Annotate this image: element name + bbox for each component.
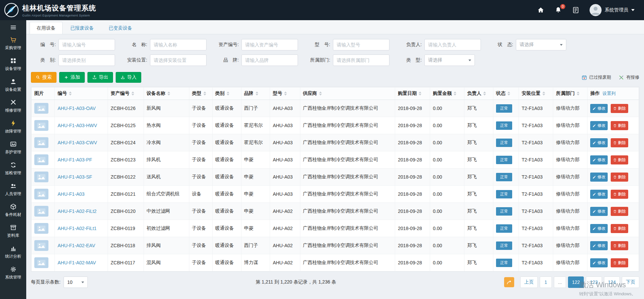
delete-button[interactable]: 删除 bbox=[611, 121, 628, 130]
home-icon[interactable] bbox=[537, 6, 544, 14]
column-header-name[interactable]: 设备名称 bbox=[144, 87, 189, 100]
type-select[interactable]: 请选择 bbox=[424, 54, 475, 66]
add-button[interactable]: 添加 bbox=[59, 72, 85, 83]
edit-button[interactable]: 修改 bbox=[590, 138, 608, 147]
delete-button[interactable]: 删除 bbox=[611, 241, 628, 250]
page-1[interactable]: 1 bbox=[540, 276, 552, 288]
owner-input[interactable] bbox=[424, 39, 481, 50]
brand-input[interactable] bbox=[241, 54, 298, 66]
image-placeholder-icon[interactable] bbox=[34, 103, 48, 114]
search-button[interactable]: 搜索 bbox=[31, 72, 56, 83]
equipment-code-link[interactable]: AHU-F1-A03-PF bbox=[58, 157, 92, 162]
code-input[interactable] bbox=[59, 39, 115, 50]
column-header-category[interactable]: 类别 bbox=[212, 87, 241, 100]
status-select[interactable]: 请选择 bbox=[516, 39, 566, 50]
sidebar-item-statistics[interactable]: 统计分析 bbox=[0, 241, 26, 262]
sidebar-item-maintenance[interactable]: 维修管理 bbox=[0, 96, 26, 116]
image-placeholder-icon[interactable] bbox=[34, 223, 48, 234]
notifications-bell-icon[interactable]: 0 bbox=[555, 6, 562, 14]
image-placeholder-icon[interactable] bbox=[34, 172, 48, 182]
image-placeholder-icon[interactable] bbox=[34, 257, 48, 268]
model-input[interactable] bbox=[333, 39, 389, 50]
tab-in-use[interactable]: 在用设备 bbox=[30, 22, 63, 34]
sort-icon[interactable] bbox=[419, 91, 421, 96]
edit-button[interactable]: 修改 bbox=[590, 155, 608, 164]
edit-button[interactable]: 修改 bbox=[590, 190, 608, 199]
sidebar-item-personnel[interactable]: 人员管理 bbox=[0, 179, 26, 200]
user-menu[interactable]: 系统管理员 bbox=[590, 4, 635, 16]
column-header-purchase-date[interactable]: 购置日期 bbox=[395, 87, 430, 100]
import-button[interactable]: 导入 bbox=[116, 72, 141, 83]
image-placeholder-icon[interactable] bbox=[34, 206, 48, 217]
sidebar-item-disposal[interactable]: 设备处置 bbox=[0, 75, 26, 96]
tab-scrapped[interactable]: 已报废设备 bbox=[63, 22, 101, 34]
sort-icon[interactable] bbox=[542, 91, 545, 96]
equipment-code-link[interactable]: AHU-F1-A03-SF bbox=[58, 174, 92, 180]
page-prev[interactable]: 上页 bbox=[520, 276, 538, 288]
sidebar-item-inspection[interactable]: 巡检管理 bbox=[0, 158, 26, 179]
page-123[interactable]: 123 bbox=[586, 276, 602, 288]
equipment-code-link[interactable]: AHU-F1-A03 bbox=[58, 191, 84, 197]
sidebar-item-purchase[interactable]: 采购管理 bbox=[0, 33, 26, 54]
column-header-asset-no[interactable]: 资产编号 bbox=[108, 87, 144, 100]
column-header-location[interactable]: 安装位置 bbox=[519, 87, 553, 100]
location-input[interactable] bbox=[150, 54, 206, 66]
sidebar-item-fault[interactable]: 故障管理 bbox=[0, 116, 26, 137]
edit-button[interactable]: 修改 bbox=[590, 224, 608, 233]
image-placeholder-icon[interactable] bbox=[34, 120, 48, 131]
sort-icon[interactable] bbox=[227, 91, 229, 96]
equipment-code-link[interactable]: AHU-F1-A03-OAV bbox=[58, 106, 96, 111]
page-122-current[interactable]: 122 bbox=[568, 276, 584, 288]
sort-icon[interactable] bbox=[577, 91, 579, 96]
quick-export-button[interactable] bbox=[504, 277, 514, 287]
page-124[interactable]: 124 bbox=[604, 276, 620, 288]
delete-button[interactable]: 删除 bbox=[611, 258, 628, 267]
edit-button[interactable]: 修改 bbox=[590, 121, 608, 130]
sort-icon[interactable] bbox=[69, 91, 72, 96]
equipment-code-link[interactable]: AHU-F1-A03-CWV bbox=[58, 140, 97, 145]
column-header-owner[interactable]: 负责人 bbox=[464, 87, 493, 100]
sort-icon[interactable] bbox=[319, 91, 322, 96]
menu-toggle-button[interactable] bbox=[0, 20, 26, 33]
sidebar-item-library[interactable]: 资料库 bbox=[0, 221, 26, 241]
sort-icon[interactable] bbox=[256, 91, 258, 96]
column-header-amount[interactable]: 购置金额 bbox=[430, 87, 464, 100]
image-placeholder-icon[interactable] bbox=[34, 240, 48, 251]
edit-button[interactable]: 修改 bbox=[590, 173, 608, 182]
delete-button[interactable]: 删除 bbox=[611, 224, 628, 233]
column-settings-link[interactable]: 设置列 bbox=[602, 91, 615, 96]
name-input[interactable] bbox=[150, 39, 206, 50]
equipment-code-link[interactable]: AHU-F1-A02-EAV bbox=[58, 243, 95, 248]
image-placeholder-icon[interactable] bbox=[34, 154, 48, 165]
per-page-select[interactable]: 10 bbox=[64, 276, 88, 288]
column-header-type[interactable]: 类型 bbox=[189, 87, 212, 100]
delete-button[interactable]: 删除 bbox=[611, 190, 628, 199]
page-ellipsis[interactable]: ... bbox=[554, 276, 566, 288]
sort-icon[interactable] bbox=[454, 91, 456, 96]
sort-icon[interactable] bbox=[131, 91, 134, 96]
page-next[interactable]: 下页 bbox=[622, 276, 639, 288]
sort-icon[interactable] bbox=[167, 91, 170, 96]
image-placeholder-icon[interactable] bbox=[34, 189, 48, 199]
delete-button[interactable]: 删除 bbox=[611, 207, 628, 216]
edit-button[interactable]: 修改 bbox=[590, 104, 608, 113]
sort-icon[interactable] bbox=[483, 91, 486, 96]
column-header-status[interactable]: 状态 bbox=[493, 87, 519, 100]
department-input[interactable] bbox=[333, 54, 389, 66]
tab-sold[interactable]: 已变卖设备 bbox=[102, 22, 139, 34]
sort-icon[interactable] bbox=[203, 91, 206, 96]
user-name[interactable]: 系统管理员 bbox=[605, 7, 628, 13]
log-list-icon[interactable] bbox=[572, 6, 579, 14]
delete-button[interactable]: 删除 bbox=[611, 173, 628, 182]
delete-button[interactable]: 删除 bbox=[611, 104, 628, 113]
sidebar-item-system[interactable]: 系统管理 bbox=[0, 262, 26, 283]
edit-button[interactable]: 修改 bbox=[590, 241, 608, 250]
equipment-code-link[interactable]: AHU-F1-A02-FiLt1 bbox=[58, 226, 97, 231]
edit-button[interactable]: 修改 bbox=[590, 207, 608, 216]
image-placeholder-icon[interactable] bbox=[34, 137, 48, 148]
column-header-brand[interactable]: 品牌 bbox=[241, 87, 270, 100]
delete-button[interactable]: 删除 bbox=[611, 138, 628, 147]
user-avatar[interactable] bbox=[590, 4, 602, 16]
sidebar-item-equipment[interactable]: 设备管理 bbox=[0, 54, 26, 75]
export-button[interactable]: 导出 bbox=[87, 72, 113, 83]
